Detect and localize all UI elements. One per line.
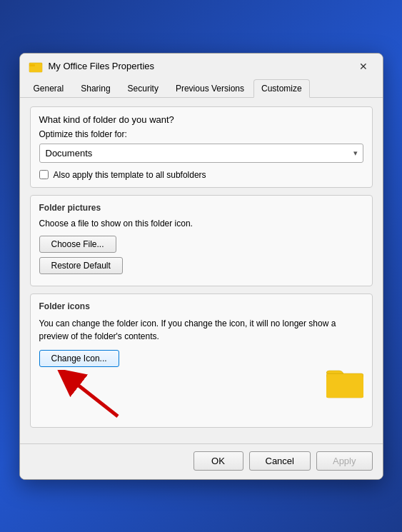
tab-bar: General Sharing Security Previous Versio… (20, 75, 383, 98)
red-arrow-icon (54, 370, 139, 420)
subfolder-checkbox[interactable] (39, 170, 49, 179)
folder-type-section: What kind of folder do you want? Optimiz… (30, 106, 373, 188)
tab-general[interactable]: General (26, 79, 72, 97)
folder-icons-title: Folder icons (39, 301, 363, 311)
cancel-button[interactable]: Cancel (249, 451, 311, 471)
tab-customize[interactable]: Customize (253, 79, 310, 98)
change-icon-row: Change Icon... (39, 350, 363, 420)
optimize-label: Optimize this folder for: (39, 129, 363, 139)
restore-default-button[interactable]: Restore Default (39, 257, 123, 274)
properties-window: My Office Files Properties ✕ General Sha… (19, 53, 383, 480)
subfolder-label: Also apply this template to all subfolde… (54, 170, 206, 180)
tab-sharing[interactable]: Sharing (73, 79, 118, 97)
choose-file-button[interactable]: Choose File... (39, 236, 116, 253)
change-icon-left: Change Icon... (39, 350, 119, 420)
folder-pictures-title: Folder pictures (39, 203, 363, 213)
folder-icon-preview (326, 368, 363, 401)
tab-content: What kind of folder do you want? Optimiz… (20, 98, 383, 443)
ok-button[interactable]: OK (194, 451, 243, 471)
close-button[interactable]: ✕ (353, 59, 374, 74)
arrow-annotation (39, 377, 119, 420)
tab-previous-versions[interactable]: Previous Versions (168, 79, 252, 97)
svg-rect-2 (29, 64, 35, 66)
footer: OK Cancel Apply (20, 443, 383, 479)
window-icon (29, 59, 43, 74)
optimize-dropdown-wrapper: Documents General items Pictures Videos … (39, 144, 363, 163)
folder-icons-description: You can change the folder icon. If you c… (39, 317, 363, 343)
tab-security[interactable]: Security (120, 79, 166, 97)
folder-icons-section: Folder icons You can change the folder i… (30, 293, 373, 428)
folder-pictures-section: Folder pictures Choose a file to show on… (30, 195, 373, 286)
apply-button[interactable]: Apply (316, 451, 373, 471)
folder-pictures-description: Choose a file to show on this folder ico… (39, 219, 363, 229)
window-title: My Office Files Properties (49, 61, 353, 71)
svg-rect-7 (326, 376, 363, 398)
folder-type-question: What kind of folder do you want? (39, 114, 363, 125)
change-icon-button[interactable]: Change Icon... (39, 350, 119, 367)
subfolder-checkbox-row: Also apply this template to all subfolde… (39, 170, 363, 180)
svg-line-4 (68, 377, 118, 416)
titlebar: My Office Files Properties ✕ (20, 54, 383, 74)
folder-preview-icon (326, 368, 363, 399)
optimize-dropdown[interactable]: Documents General items Pictures Videos … (39, 144, 363, 163)
